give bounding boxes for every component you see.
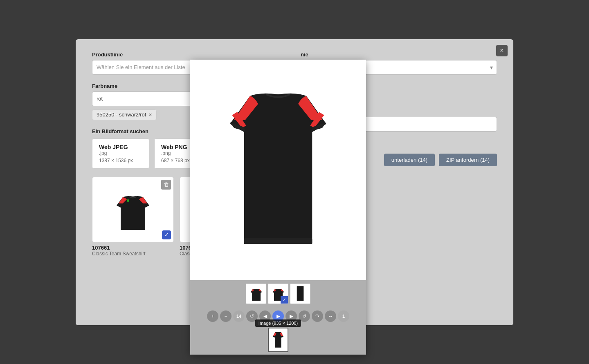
strip-thumb-svg-1 [249,284,263,303]
zoom-in-button[interactable]: + [207,310,218,322]
svg-point-0 [127,199,129,202]
prev-button[interactable]: ◀ [259,310,271,322]
flip-button[interactable]: ↔ [325,310,336,322]
strip-thumb-1[interactable] [246,284,266,304]
rotate-ccw-button[interactable]: ↺ [246,310,258,322]
svg-rect-4 [297,286,304,301]
rotate-cw-button[interactable]: ↷ [312,310,323,322]
format-type-jpeg: Web JPEG [99,144,142,150]
image-count-badge: 14 [233,310,245,322]
thumb-caption-1: 107661 Classic Team Sweatshirt [92,245,174,257]
modal-close-button[interactable]: × [496,45,508,56]
lightbox-bottom-thumb [190,325,366,355]
play-button[interactable]: ▶ [272,310,284,322]
color-tag-label: 950250 - schwarz/rot [97,112,146,118]
zoom-out-button[interactable]: − [220,310,232,322]
view-mode-badge: 1 [338,310,349,322]
color-tag: 950250 - schwarz/rot × [92,109,157,120]
strip-check-badge-2: ✓ [281,296,288,304]
reset-button[interactable]: ↺ [299,310,310,322]
strip-thumb-svg-3 [296,284,304,303]
color-tag-remove[interactable]: × [148,112,152,118]
format-card-jpeg[interactable]: Web JPEG .jpg 1387 × 1536 px [92,138,149,169]
bottom-thumb-main[interactable] [268,328,288,352]
thumb-check-1: ✓ [162,230,171,239]
lightbox-controls: + − 14 ↺ ◀ ▶ ▶ ↺ ↷ ↔ 1 [190,307,366,325]
overlay-background: × Produktlinie Wählen Sie ein Element au… [0,0,589,364]
download-button[interactable]: unterladen (14) [384,154,435,166]
thumb-art-nr-1: 107661 [92,245,174,251]
next-button[interactable]: ▶ [286,310,297,322]
strip-thumb-2[interactable]: ✓ [268,284,288,304]
thumb-art-name-1: Classic Team Sweatshirt [92,251,174,257]
thumb-delete-btn-1[interactable]: 🗑 [161,180,171,190]
svg-rect-3 [244,238,312,244]
bottom-thumb-svg [272,330,284,350]
lightbox-thumbstrip: ✓ [190,280,366,307]
thumb-sweatshirt-svg-1 [112,185,153,234]
format-size-jpeg: 1387 × 1536 px [99,158,142,163]
format-ext-jpeg: .jpg [99,150,142,156]
lightbox-sweatshirt-svg [217,72,339,268]
thumb-img-1[interactable]: 🗑 ✓ [92,177,174,242]
strip-thumb-3[interactable] [290,284,310,304]
zip-button[interactable]: ZIP anfordern (14) [439,154,497,166]
category-label: nie [301,51,497,58]
thumb-item-1: 🗑 ✓ 107661 Classic Team Sweatshirt [92,177,174,257]
main-modal: × Produktlinie Wählen Sie ein Element au… [76,39,513,325]
image-lightbox: Image (935 × 1200) [190,60,366,355]
produktlinie-label: Produktlinie [92,51,288,58]
lightbox-image-area [190,60,366,280]
